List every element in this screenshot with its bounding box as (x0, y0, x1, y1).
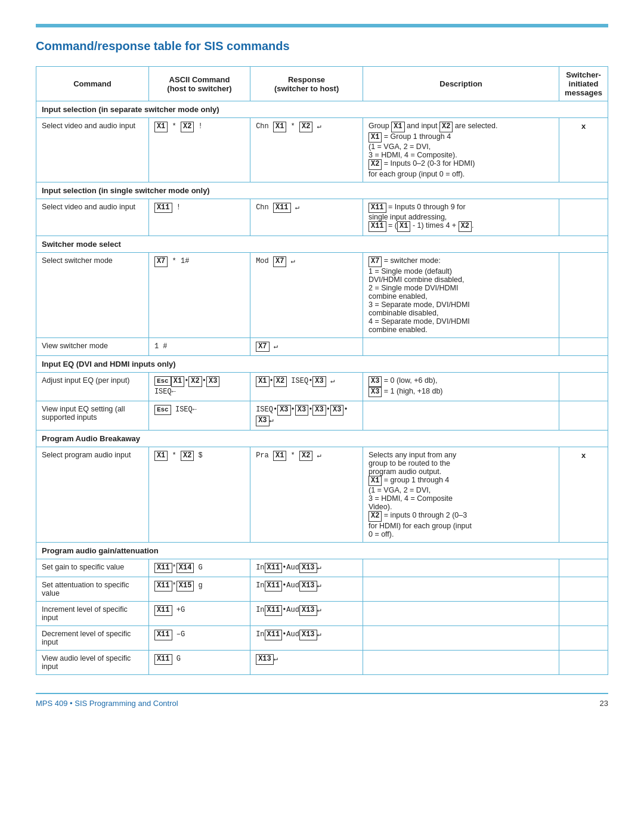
table-row: Select switcher mode X7 * 1# Mod X7 ↵ X7… (36, 252, 608, 337)
header-response: Response (switcher to host) (250, 67, 363, 101)
table-row: Increment level of specific input X11 +G… (36, 602, 608, 626)
table-row: Set gain to specific value X11*X14 G InX… (36, 559, 608, 577)
cmd-label: Select video and audio input (36, 118, 149, 182)
table-row: Select program audio input X1 * X2 $ Pra… (36, 447, 608, 542)
section-audio-gain: Program audio gain/attenuation (36, 542, 608, 559)
table-row: Set attentuation to specific value X11*X… (36, 577, 608, 602)
header-command: Command (36, 67, 149, 101)
table-row: View switcher mode 1 # X7 ↵ (36, 337, 608, 356)
section-input-single: Input selection (in single switcher mode… (36, 182, 608, 199)
table-row: Adjust input EQ (per input) EscX1•X2•X3 … (36, 373, 608, 401)
table-row: Select video and audio input X1 * X2 ! C… (36, 118, 608, 182)
page-title: Command/response table for SIS commands (36, 39, 608, 53)
header-description: Description (363, 67, 559, 101)
section-switcher-mode: Switcher mode select (36, 236, 608, 252)
footer: MPS 409 • SIS Programming and Control 23 (36, 693, 608, 708)
top-accent-bar (36, 24, 608, 27)
section-input-separate: Input selection (in separate switcher mo… (36, 101, 608, 118)
response-val: Chn X1 * X2 ↵ (250, 118, 363, 182)
ascii-cmd: X1 * X2 ! (148, 118, 250, 182)
table-row: Select video and audio input X11 ! Chn X… (36, 199, 608, 236)
header-ascii: ASCII Command (host to switcher) (148, 67, 250, 101)
table-row: View audio level of specific input X11 G… (36, 651, 608, 675)
footer-page: 23 (600, 699, 608, 708)
command-table: Command ASCII Command (host to switcher)… (36, 66, 608, 675)
section-input-eq: Input EQ (DVI and HDMI inputs only) (36, 356, 608, 373)
description-val: Group X1 and input X2 are selected. X1 =… (363, 118, 559, 182)
section-program-audio: Program Audio Breakaway (36, 430, 608, 447)
table-row: Decrement level of specific input X11 –G… (36, 626, 608, 651)
table-row: View input EQ setting (allsupported inpu… (36, 401, 608, 430)
header-switcher: Switcher- initiated messages (559, 67, 608, 101)
switcher-mark: x (559, 118, 608, 182)
footer-title: MPS 409 • SIS Programming and Control (36, 699, 178, 708)
